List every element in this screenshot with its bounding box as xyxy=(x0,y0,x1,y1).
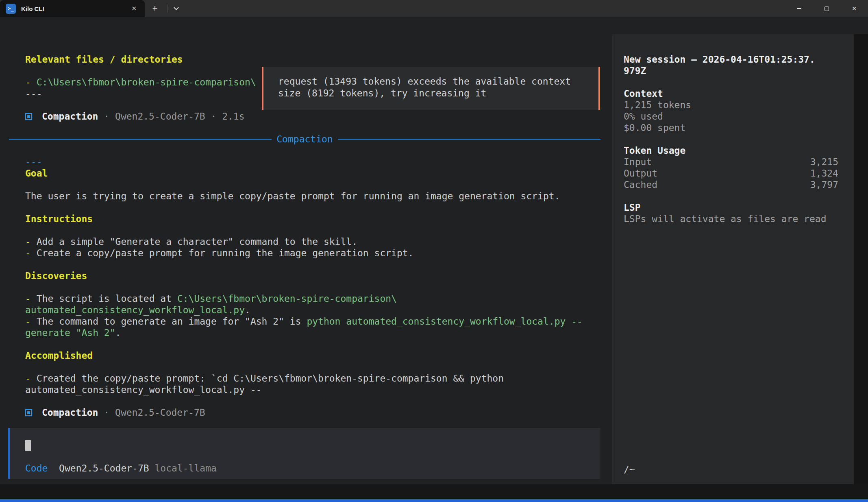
token-usage-input-row: Input3,215 xyxy=(624,156,838,168)
terminal-content: Relevant files / directories- C:\Users\f… xyxy=(0,17,868,484)
blank-row xyxy=(25,225,600,236)
discovery-bullet-2a: - The command to generate an image for "… xyxy=(25,316,600,327)
blank-row xyxy=(624,133,838,145)
blank-row xyxy=(25,395,600,407)
compaction-icon xyxy=(25,113,32,120)
minimize-button[interactable] xyxy=(785,0,813,17)
frontmatter-separator: --- xyxy=(25,156,600,168)
discovery-bullet-1b: automated_consistency_workflow_local.py. xyxy=(25,304,600,316)
instruction-bullet-2: - Create a copy/paste prompt for running… xyxy=(25,247,600,259)
session-title: New session — 2026-04-16T01:25:37. xyxy=(624,54,838,65)
minimize-icon xyxy=(797,8,801,9)
token-usage-heading: Token Usage xyxy=(624,145,838,156)
instructions-heading: Instructions xyxy=(25,213,600,225)
text-cursor xyxy=(25,440,31,451)
mode-indicator: Code xyxy=(25,463,48,474)
close-button[interactable]: ✕ xyxy=(840,0,868,17)
context-spent: $0.00 spent xyxy=(624,122,838,133)
tab-title: Kilo CLI xyxy=(21,5,44,12)
discovery-bullet-1a: - The script is located at C:\Users\fbmo… xyxy=(25,293,600,304)
new-tab-button[interactable]: + xyxy=(146,0,164,17)
blank-row xyxy=(25,145,600,156)
blank-row xyxy=(25,202,600,213)
relevant-files-heading: Relevant files / directories xyxy=(25,54,600,65)
blank-row xyxy=(624,190,838,202)
powershell-icon: >_ xyxy=(6,4,16,14)
goal-text: The user is trying to create a simple co… xyxy=(25,190,600,202)
blank-row xyxy=(25,122,600,133)
maximize-button[interactable] xyxy=(813,0,840,17)
close-icon: ✕ xyxy=(852,5,857,12)
context-used: 0% used xyxy=(624,111,838,122)
blank-row xyxy=(25,282,600,293)
compaction-divider: Compaction xyxy=(9,133,600,145)
token-usage-output-row: Output1,324 xyxy=(624,168,838,179)
compaction-icon xyxy=(25,409,32,416)
terminal-tab[interactable]: >_ Kilo CLI ✕ xyxy=(0,0,145,17)
accomplished-bullet-1a: - Created the copy/paste prompt: `cd C:\… xyxy=(25,373,600,384)
error-line-2: size (8192 tokens), try increasing it xyxy=(278,87,598,99)
blank-row xyxy=(25,179,600,190)
compaction-meta-2: Compaction · Qwen2.5-Coder-7B xyxy=(25,407,600,418)
discovery-bullet-2b: generate "Ash 2". xyxy=(25,327,600,338)
bottom-band xyxy=(0,484,868,499)
lsp-status: LSPs will activate as files are read xyxy=(624,213,838,225)
lsp-heading: LSP xyxy=(624,202,838,213)
maximize-icon xyxy=(824,7,829,11)
window-controls: ✕ xyxy=(785,0,868,17)
tab-close-icon[interactable]: ✕ xyxy=(129,5,139,12)
context-heading: Context xyxy=(624,88,838,99)
sidebar-rows: New session — 2026-04-16T01:25:37. 979Z … xyxy=(624,54,838,225)
blank-row xyxy=(25,259,600,270)
provider-indicator: local-llama xyxy=(155,463,217,474)
compaction-meta-1: Compaction · Qwen2.5-Coder-7B · 2.1s xyxy=(25,111,600,122)
context-error-box: request (13493 tokens) exceeds the avail… xyxy=(262,67,600,110)
session-sidebar: New session — 2026-04-16T01:25:37. 979Z … xyxy=(612,34,854,501)
bottom-accent-bar xyxy=(0,499,868,502)
divider-label: Compaction xyxy=(272,133,337,145)
prompt-input[interactable]: Code Qwen2.5-Coder-7B local-llama xyxy=(8,428,600,479)
instruction-bullet-1: - Add a simple "Generate a character" co… xyxy=(25,236,600,247)
accomplished-bullet-1b: automated_consistency_workflow_local.py … xyxy=(25,384,600,395)
working-directory: /~ xyxy=(624,464,635,475)
token-usage-cached-row: Cached3,797 xyxy=(624,179,838,190)
blank-row xyxy=(25,361,600,373)
titlebar[interactable]: >_ Kilo CLI ✕ + ✕ xyxy=(0,0,868,17)
input-meta: Code Qwen2.5-Coder-7B local-llama xyxy=(25,463,217,474)
terminal-window: >_ Kilo CLI ✕ + ✕ Relevant files / direc… xyxy=(0,0,868,502)
right-edge-strip xyxy=(854,34,868,501)
goal-heading: Goal xyxy=(25,168,600,179)
context-tokens: 1,215 tokens xyxy=(624,99,838,111)
discoveries-heading: Discoveries xyxy=(25,270,600,282)
blank-row xyxy=(25,338,600,350)
tab-dropdown-button[interactable] xyxy=(168,0,185,17)
model-indicator: Qwen2.5-Coder-7B xyxy=(59,463,149,474)
accomplished-heading: Accomplished xyxy=(25,350,600,361)
blank-row xyxy=(624,76,838,88)
session-title-wrap: 979Z xyxy=(624,65,838,76)
error-line-1: request (13493 tokens) exceeds the avail… xyxy=(278,76,598,87)
chevron-down-icon xyxy=(174,5,179,10)
